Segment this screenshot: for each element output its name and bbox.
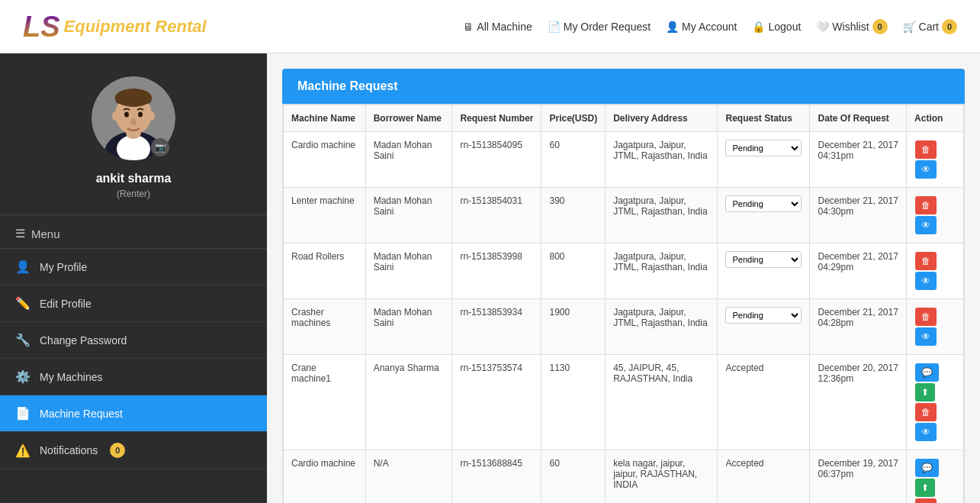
view-button[interactable]: 👁	[915, 423, 937, 441]
nav-all-machine[interactable]: 🖥 All Machine	[463, 21, 532, 33]
sidebar-menu-label: ☰ Menu	[0, 215, 267, 249]
table-row: Cardio machine Madan Mohan Saini rn-1513…	[284, 132, 964, 188]
view-button[interactable]: 👁	[915, 327, 937, 346]
svg-point-7	[124, 112, 129, 118]
delete-button[interactable]: 🗑	[915, 252, 937, 270]
col-request-number: Request Number	[452, 105, 541, 132]
cell-delivery-address: Jagatpura, Jaipur, JTML, Rajasthan, Indi…	[606, 188, 718, 243]
sidebar-item-edit-profile[interactable]: ✏️ Edit Profile	[0, 285, 267, 322]
nav-my-order-request[interactable]: 📄 My Order Request	[548, 21, 651, 33]
cell-delivery-address: kela nagar, jaipur, jaipur, RAJASTHAN, I…	[606, 450, 718, 504]
cell-borrower-name: Madan Mohan Saini	[365, 243, 452, 299]
document-icon: 📄	[15, 406, 31, 421]
sidebar-item-change-password[interactable]: 🔧 Change Password	[0, 322, 267, 359]
cell-actions: 🗑👁	[907, 132, 964, 188]
col-action: Action	[907, 105, 964, 132]
cell-request-number: rn-1513753574	[452, 355, 541, 450]
cell-borrower-name: N/A	[365, 450, 452, 504]
col-borrower-name: Borrower Name	[365, 105, 452, 132]
status-select[interactable]: Pending Accepted Rejected	[725, 195, 802, 212]
cell-borrower-name: Ananya Sharma	[365, 355, 452, 450]
camera-badge[interactable]: 📷	[151, 138, 169, 156]
cell-delivery-address: Jagatpura, Jaipur, JTML, Rajasthan, Indi…	[606, 132, 718, 188]
gear-icon: ⚙️	[15, 369, 31, 384]
sidebar-item-machine-request[interactable]: 📄 Machine Request	[0, 395, 267, 432]
view-button[interactable]: 👁	[915, 272, 937, 290]
table-row: Cardio machine N/A rn-1513688845 60 kela…	[284, 450, 964, 504]
cell-request-number: rn-1513688845	[452, 450, 541, 504]
svg-point-8	[138, 112, 143, 118]
status-text: Accepted	[725, 363, 763, 373]
sidebar-item-my-machines[interactable]: ⚙️ My Machines	[0, 359, 267, 395]
col-price: Price(USD)	[541, 105, 606, 132]
logout-icon: 🔒	[752, 21, 765, 33]
cell-status: Accepted	[718, 450, 810, 504]
cell-request-number: rn-1513853998	[452, 243, 541, 299]
sidebar-item-notifications[interactable]: ⚠️ Notifications 0	[0, 432, 267, 469]
chat-button[interactable]: 💬	[915, 459, 939, 477]
cell-actions: 💬⬆🗑👁	[907, 450, 964, 504]
nav-logout[interactable]: 🔒 Logout	[752, 21, 801, 33]
nav-wishlist[interactable]: 🤍 Wishlist 0	[816, 19, 887, 34]
edit-icon: ✏️	[15, 296, 31, 311]
logo: LS Equipment Rental	[23, 12, 207, 41]
col-request-status: Request Status	[718, 105, 810, 132]
cell-machine-name: Cardio machine	[284, 132, 366, 188]
delete-button[interactable]: 🗑	[915, 498, 937, 503]
sidebar: 📷 ankit sharma (Renter) ☰ Menu 👤 My Prof…	[0, 53, 267, 503]
cell-status[interactable]: Pending Accepted Rejected	[718, 243, 810, 299]
sidebar-item-my-profile[interactable]: 👤 My Profile	[0, 249, 267, 285]
status-text: Accepted	[725, 458, 763, 469]
header-nav: 🖥 All Machine 📄 My Order Request 👤 My Ac…	[463, 19, 957, 34]
upload-button[interactable]: ⬆	[915, 479, 935, 497]
table-row: Crasher machines Madan Mohan Saini rn-15…	[284, 299, 964, 355]
delete-button[interactable]: 🗑	[915, 196, 937, 214]
cell-date: December 19, 2017 06:37pm	[810, 450, 907, 504]
cell-status[interactable]: Pending Accepted Rejected	[718, 188, 810, 243]
cell-status[interactable]: Pending Accepted Rejected	[718, 132, 810, 188]
delete-button[interactable]: 🗑	[915, 403, 937, 421]
nav-my-account[interactable]: 👤 My Account	[666, 21, 737, 33]
cell-machine-name: Road Rollers	[284, 243, 366, 299]
cell-status[interactable]: Pending Accepted Rejected	[718, 299, 810, 355]
view-button[interactable]: 👁	[915, 216, 937, 234]
delete-button[interactable]: 🗑	[915, 140, 937, 159]
account-icon: 👤	[666, 21, 679, 33]
cell-delivery-address: 45, JAIPUR, 45, RAJASTHAN, India	[606, 355, 718, 450]
machine-icon: 🖥	[463, 21, 474, 33]
cell-price: 800	[541, 243, 606, 299]
cell-actions: 🗑👁	[907, 243, 964, 299]
cell-borrower-name: Madan Mohan Saini	[365, 299, 452, 355]
table-row: Lenter machine Madan Mohan Saini rn-1513…	[284, 188, 964, 243]
view-button[interactable]: 👁	[915, 160, 937, 179]
cell-price: 60	[541, 132, 606, 188]
cell-date: December 21, 2017 04:28pm	[810, 299, 907, 355]
cell-actions: 🗑👁	[907, 188, 964, 243]
upload-button[interactable]: ⬆	[915, 383, 935, 401]
status-select[interactable]: Pending Accepted Rejected	[725, 140, 802, 156]
order-icon: 📄	[548, 21, 561, 33]
wishlist-icon: 🤍	[816, 21, 829, 33]
cell-date: December 21, 2017 04:31pm	[810, 132, 907, 188]
delete-button[interactable]: 🗑	[915, 308, 937, 326]
col-machine-name: Machine Name	[284, 105, 366, 132]
status-select[interactable]: Pending Accepted Rejected	[725, 307, 802, 324]
cell-borrower-name: Madan Mohan Saini	[365, 188, 452, 243]
status-select[interactable]: Pending Accepted Rejected	[725, 251, 802, 268]
logo-text: Equipment Rental	[64, 17, 207, 37]
table-row: Road Rollers Madan Mohan Saini rn-151385…	[284, 243, 964, 299]
cell-request-number: rn-1513853934	[452, 299, 541, 355]
nav-cart[interactable]: 🛒 Cart 0	[903, 19, 957, 34]
profile-role: (Renter)	[117, 189, 150, 199]
machine-request-table: Machine Name Borrower Name Request Numbe…	[283, 105, 964, 503]
cell-price: 1900	[541, 299, 606, 355]
table-row: Crane machine1 Ananya Sharma rn-15137535…	[284, 355, 964, 450]
cell-actions: 🗑👁	[907, 299, 964, 355]
chat-button[interactable]: 💬	[915, 363, 939, 382]
cell-price: 60	[541, 450, 606, 504]
cell-machine-name: Cardio machine	[284, 450, 366, 504]
cell-date: December 21, 2017 04:29pm	[810, 243, 907, 299]
profile-name: ankit sharma	[96, 172, 172, 185]
notifications-badge: 0	[110, 443, 125, 458]
cell-request-number: rn-1513854095	[452, 132, 541, 188]
